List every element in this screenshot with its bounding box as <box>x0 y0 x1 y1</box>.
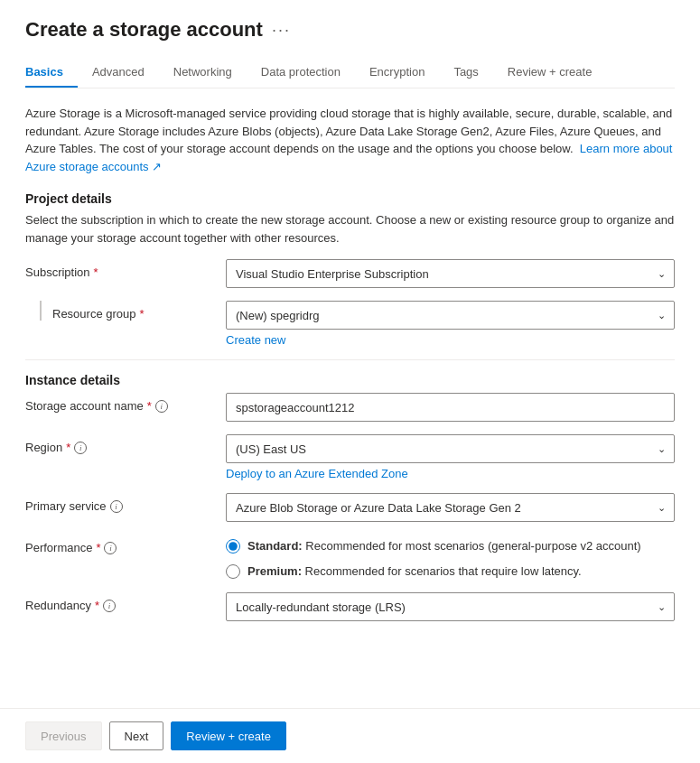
tab-tags[interactable]: Tags <box>439 58 492 88</box>
storage-name-required: * <box>147 399 152 413</box>
tab-basics[interactable]: Basics <box>25 58 78 88</box>
footer: Previous Next Review + create <box>0 708 700 763</box>
deploy-extended-zone-link[interactable]: Deploy to an Azure Extended Zone <box>226 467 408 480</box>
storage-account-name-group: Storage account name * i <box>25 393 675 422</box>
resource-group-required: * <box>140 307 145 321</box>
resource-group-control: (New) spegridrg ⌄ Create new <box>226 301 675 347</box>
create-new-resource-group-link[interactable]: Create new <box>226 333 285 347</box>
tab-review-create[interactable]: Review + create <box>493 58 607 88</box>
redundancy-control: Locally-redundant storage (LRS) ⌄ <box>226 592 675 621</box>
tab-advanced[interactable]: Advanced <box>78 58 159 88</box>
storage-name-info-icon[interactable]: i <box>155 400 168 413</box>
subscription-required: * <box>94 265 98 279</box>
project-details-desc: Select the subscription in which to crea… <box>25 211 675 247</box>
page-title-row: Create a storage account ··· <box>25 18 675 42</box>
resource-group-select-wrapper: (New) spegridrg ⌄ <box>226 301 675 330</box>
region-group: Region * i (US) East US ⌄ Deploy to an A… <box>25 434 675 480</box>
storage-account-name-control <box>226 393 675 422</box>
performance-info-icon[interactable]: i <box>104 542 117 554</box>
performance-control: Standard: Recommended for most scenarios… <box>226 535 675 580</box>
resource-group-label: Resource group * <box>52 301 242 321</box>
resource-group-group: Resource group * (New) spegridrg ⌄ Creat… <box>25 301 675 347</box>
tab-data-protection[interactable]: Data protection <box>247 58 355 88</box>
primary-service-info-icon[interactable]: i <box>110 500 123 513</box>
storage-account-name-input[interactable] <box>226 393 675 422</box>
performance-group: Performance * i Standard: Recommended fo… <box>25 535 675 580</box>
subscription-select[interactable]: Visual Studio Enterprise Subscription <box>226 259 675 288</box>
redundancy-label: Redundancy * i <box>25 592 215 612</box>
performance-radio-group: Standard: Recommended for most scenarios… <box>226 535 675 580</box>
review-create-button[interactable]: Review + create <box>171 721 286 750</box>
project-details-title: Project details <box>25 191 675 206</box>
storage-account-name-label: Storage account name * i <box>25 393 215 413</box>
redundancy-required: * <box>95 599 99 612</box>
region-info-icon[interactable]: i <box>74 442 87 454</box>
primary-service-control: Azure Blob Storage or Azure Data Lake St… <box>226 493 675 522</box>
performance-required: * <box>96 541 100 554</box>
performance-standard-label: Standard: Recommended for most scenarios… <box>247 538 641 554</box>
performance-premium-label: Premium: Recommended for scenarios that … <box>247 563 582 580</box>
next-button[interactable]: Next <box>109 721 164 750</box>
region-select[interactable]: (US) East US <box>226 434 675 463</box>
subscription-label: Subscription * <box>25 259 215 279</box>
region-required: * <box>66 441 70 454</box>
primary-service-group: Primary service i Azure Blob Storage or … <box>25 493 675 522</box>
performance-premium-radio[interactable] <box>226 564 240 579</box>
subscription-group: Subscription * Visual Studio Enterprise … <box>25 259 675 288</box>
tab-encryption[interactable]: Encryption <box>355 58 439 88</box>
performance-standard-radio[interactable] <box>226 539 240 554</box>
performance-standard-option[interactable]: Standard: Recommended for most scenarios… <box>226 538 675 554</box>
region-control: (US) East US ⌄ Deploy to an Azure Extend… <box>226 434 675 480</box>
subscription-control: Visual Studio Enterprise Subscription ⌄ <box>226 259 675 288</box>
previous-button[interactable]: Previous <box>25 721 102 750</box>
section-divider <box>25 359 675 360</box>
region-select-wrapper: (US) East US ⌄ <box>226 434 675 463</box>
performance-label: Performance * i <box>25 535 215 554</box>
subscription-select-wrapper: Visual Studio Enterprise Subscription ⌄ <box>226 259 675 288</box>
primary-service-select-wrapper: Azure Blob Storage or Azure Data Lake St… <box>226 493 675 522</box>
redundancy-select[interactable]: Locally-redundant storage (LRS) <box>226 592 675 621</box>
primary-service-label: Primary service i <box>25 493 215 513</box>
tab-networking[interactable]: Networking <box>159 58 247 88</box>
performance-premium-option[interactable]: Premium: Recommended for scenarios that … <box>226 563 675 580</box>
primary-service-select[interactable]: Azure Blob Storage or Azure Data Lake St… <box>226 493 675 522</box>
ellipsis-menu-icon[interactable]: ··· <box>272 21 291 40</box>
tab-nav: Basics Advanced Networking Data protecti… <box>25 58 675 88</box>
resource-group-select[interactable]: (New) spegridrg <box>226 301 675 330</box>
instance-details-title: Instance details <box>25 373 675 387</box>
page-title: Create a storage account <box>25 18 263 42</box>
region-label: Region * i <box>25 434 215 454</box>
redundancy-info-icon[interactable]: i <box>103 600 116 612</box>
redundancy-group: Redundancy * i Locally-redundant storage… <box>25 592 675 621</box>
page-description: Azure Storage is a Microsoft-managed ser… <box>25 105 675 175</box>
redundancy-select-wrapper: Locally-redundant storage (LRS) ⌄ <box>226 592 675 621</box>
